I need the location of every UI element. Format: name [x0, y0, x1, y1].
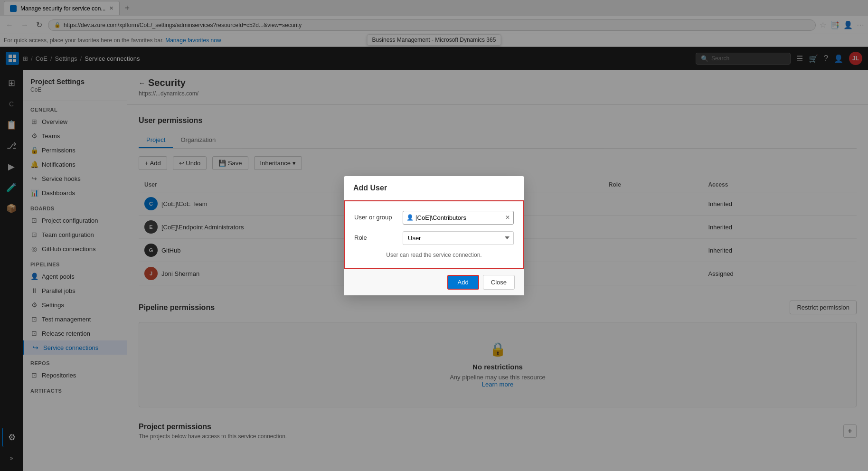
user-or-group-input[interactable]: [403, 211, 514, 225]
user-input-container: 👤 ✕: [403, 211, 514, 225]
user-search-icon: 👤: [406, 214, 414, 221]
dialog-footer: Add Close: [344, 269, 524, 295]
dialog-close-btn[interactable]: Close: [483, 275, 515, 290]
dialog-body: User or group 👤 ✕ Role User Administrato…: [344, 200, 524, 269]
role-select[interactable]: User Administrator: [403, 231, 514, 245]
role-row: Role User Administrator: [354, 231, 514, 245]
dialog-title: Add User: [344, 176, 524, 200]
user-input-wrap: 👤 ✕: [403, 211, 514, 225]
role-select-wrap: User Administrator: [403, 231, 514, 245]
role-label: Role: [354, 231, 397, 241]
dialog-add-btn[interactable]: Add: [447, 275, 479, 290]
user-group-label: User or group: [354, 211, 397, 221]
user-group-row: User or group 👤 ✕: [354, 211, 514, 225]
add-user-dialog: Add User User or group 👤 ✕ Role User: [344, 176, 524, 295]
role-hint: User can read the service connection.: [354, 252, 514, 258]
clear-input-btn[interactable]: ✕: [505, 214, 510, 221]
dialog-overlay: Add User User or group 👤 ✕ Role User: [0, 0, 868, 471]
